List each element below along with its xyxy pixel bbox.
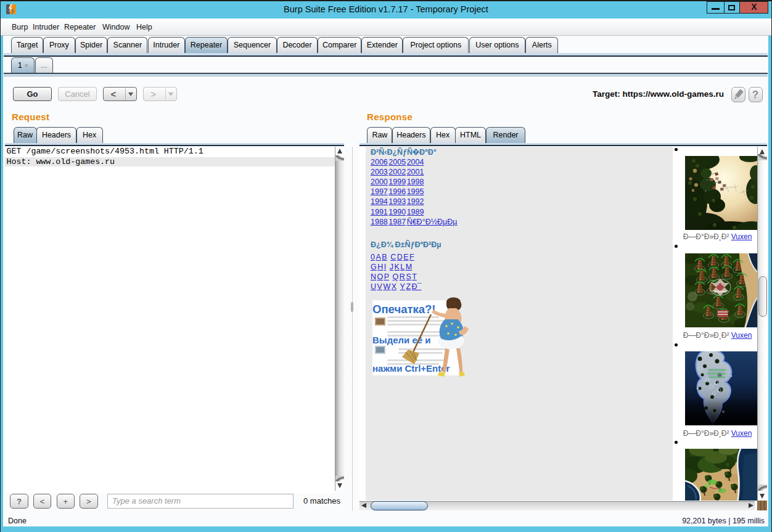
svg-text:нажми Ctrl+Enter: нажми Ctrl+Enter [372, 363, 450, 374]
svg-text:?: ? [414, 150, 417, 154]
svg-text:Выдели её и: Выдели её и [372, 335, 431, 345]
svg-text:Опечатка?!: Опечатка?! [372, 303, 436, 316]
